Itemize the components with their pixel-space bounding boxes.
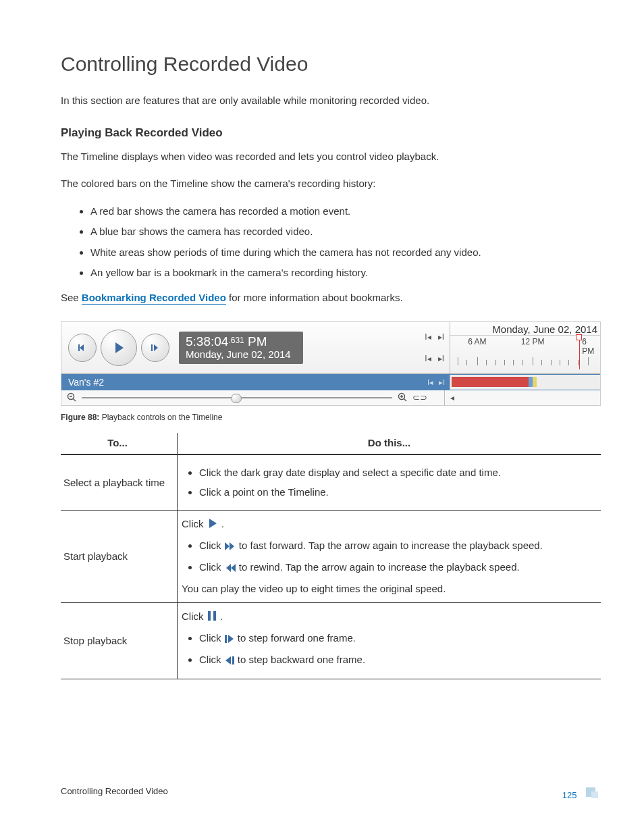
text: See: [61, 292, 82, 303]
text: Click: [199, 561, 224, 573]
time-ms: .631: [228, 336, 244, 345]
section-heading: Playing Back Recorded Video: [61, 126, 601, 140]
skip-start-icon[interactable]: I◂: [425, 354, 431, 363]
skip-start-icon[interactable]: I◂: [425, 332, 431, 342]
tick-label: 6 PM: [582, 337, 594, 356]
text: Click: [199, 654, 224, 665]
table-cell: Start playback: [61, 510, 178, 602]
text: Click: [182, 518, 207, 529]
playhead-handle[interactable]: [576, 334, 582, 340]
rewind-icon: [224, 561, 236, 577]
zoom-out-icon[interactable]: [67, 392, 76, 404]
table-cell: Select a playback time: [61, 454, 178, 510]
bookmarking-link[interactable]: Bookmarking Recorded Video: [82, 292, 226, 305]
playhead-marker[interactable]: [579, 336, 581, 369]
text: Click: [199, 632, 224, 644]
arrow-left-icon[interactable]: ◂: [450, 393, 454, 402]
intro-text: In this section are features that are on…: [61, 93, 601, 109]
text: Click: [182, 610, 207, 622]
svg-rect-11: [225, 635, 227, 643]
step-backward-icon: [224, 654, 235, 669]
list-item: A red bar shows the camera has recorded …: [90, 204, 601, 219]
paragraph: The colored bars on the Timeline show th…: [61, 176, 601, 192]
bookmark-segment[interactable]: [533, 377, 537, 387]
play-button[interactable]: [101, 330, 137, 366]
caption-label: Figure 88:: [61, 413, 99, 422]
list-item: Click the dark gray date display and sel…: [199, 465, 597, 480]
text: for more information about bookmarks.: [226, 292, 403, 303]
link-icon[interactable]: ⊂⊃: [412, 392, 427, 404]
page-number: 125: [562, 790, 577, 800]
skip-end-icon[interactable]: ▸I: [438, 354, 444, 363]
svg-rect-0: [78, 344, 80, 351]
svg-line-6: [404, 398, 406, 401]
zoom-bar: ⊂⊃ ◂: [61, 390, 600, 405]
time-ampm: PM: [244, 334, 267, 348]
zoom-handle[interactable]: [231, 394, 242, 403]
list-item: White areas show periods of time during …: [90, 245, 601, 261]
time-value: 5:38:04: [186, 334, 228, 348]
table-cell: Click the dark gray date display and sel…: [178, 454, 601, 510]
page-title: Controlling Recorded Video: [61, 53, 601, 76]
svg-rect-10: [213, 611, 216, 621]
text: to rewind. Tap the arrow again to increa…: [239, 561, 520, 573]
play-icon: [207, 517, 219, 533]
step-forward-button[interactable]: [141, 334, 169, 362]
list-item: Click to step forward one frame.: [199, 630, 597, 648]
footer-section: Controlling Recorded Video: [61, 786, 168, 800]
list-item: Click to fast forward. Tap the arrow aga…: [199, 538, 597, 555]
text: to step backward one frame.: [238, 654, 365, 665]
text: to fast forward. Tap the arrow again to …: [239, 540, 543, 551]
skip-end-icon[interactable]: ▸I: [438, 332, 444, 342]
svg-rect-9: [208, 611, 211, 621]
svg-rect-12: [232, 656, 234, 664]
instructions-table: To... Do this... Select a playback time …: [61, 433, 601, 679]
zoom-in-icon[interactable]: [398, 392, 407, 404]
list-item: An yellow bar is a bookmark in the camer…: [90, 265, 601, 281]
timeline-legend-list: A red bar shows the camera has recorded …: [90, 204, 601, 281]
date-value: Monday, June 02, 2014: [186, 348, 291, 360]
timeline-figure: 5:38:04.631 PM Monday, June 02, 2014 I◂ …: [61, 321, 601, 406]
camera-track[interactable]: Van's #2 I◂ ▸I: [61, 374, 600, 390]
svg-rect-1: [151, 344, 153, 351]
page-footer: Controlling Recorded Video 125: [61, 786, 601, 800]
list-item: Click a point on the Timeline.: [199, 484, 597, 500]
list-item: Click to step backward one frame.: [199, 652, 597, 669]
svg-line-3: [73, 398, 76, 401]
paragraph: The Timeline displays when video was rec…: [61, 149, 601, 165]
camera-name: Van's #2: [68, 377, 104, 388]
caption-text: Playback controls on the Timeline: [99, 413, 222, 422]
seek-buttons: I◂ ▸I I◂ ▸I: [425, 322, 450, 373]
text: You can play the video up to eight times…: [182, 583, 446, 594]
table-cell: Stop playback: [61, 602, 178, 679]
text: to step forward one frame.: [238, 632, 356, 644]
table-cell: Click . Click to fast forward. Tap the a…: [178, 510, 601, 602]
logo-mark: [586, 786, 601, 798]
see-also: See Bookmarking Recorded Video for more …: [61, 290, 601, 306]
skip-start-icon[interactable]: I◂: [427, 378, 433, 387]
fast-forward-icon: [224, 540, 236, 555]
text: Click: [199, 540, 224, 551]
tick-label: 6 AM: [468, 337, 486, 346]
motion-segment[interactable]: [452, 377, 529, 387]
zoom-slider[interactable]: [82, 397, 392, 398]
tick-label: 12 PM: [521, 337, 545, 346]
ruler-date: Monday, June 02, 2014: [450, 322, 600, 336]
figure-caption: Figure 88: Playback controls on the Time…: [61, 413, 601, 422]
date-time-display[interactable]: 5:38:04.631 PM Monday, June 02, 2014: [179, 332, 303, 364]
pause-icon: [207, 610, 217, 626]
table-header: To...: [61, 433, 178, 454]
timeline-ruler[interactable]: Monday, June 02, 2014 6 AM 12 PM 6 PM: [450, 322, 600, 373]
step-back-button[interactable]: [68, 334, 97, 362]
table-cell: Click . Click to step forward one frame.…: [178, 602, 601, 679]
list-item: A blue bar shows the camera has recorded…: [90, 224, 601, 240]
table-header: Do this...: [178, 433, 601, 454]
skip-end-icon[interactable]: ▸I: [439, 378, 445, 387]
step-forward-icon: [224, 632, 235, 648]
list-item: Click to rewind. Tap the arrow again to …: [199, 559, 597, 577]
